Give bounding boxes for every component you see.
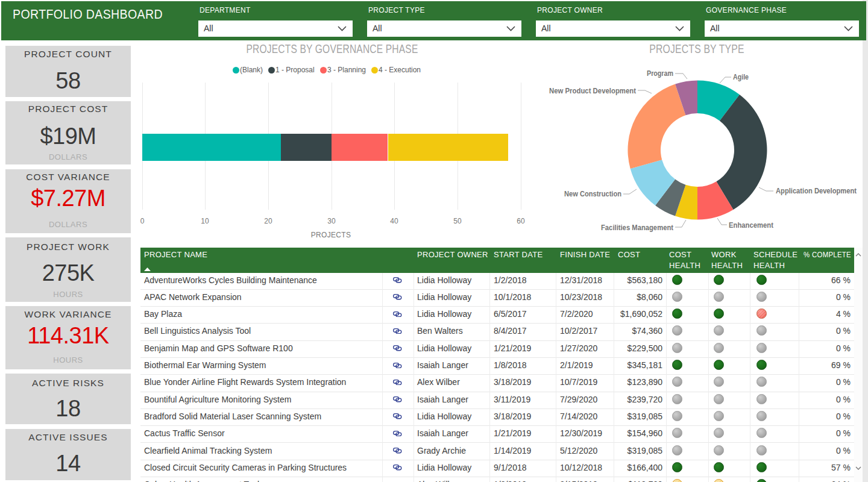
svg-text:New Construction: New Construction: [564, 190, 621, 198]
svg-text:New Product Development: New Product Development: [549, 87, 637, 95]
svg-text:Application Development: Application Development: [776, 187, 857, 195]
svg-text:Agile: Agile: [733, 73, 749, 81]
svg-text:Facilities Management: Facilities Management: [601, 224, 674, 232]
svg-text:Program: Program: [647, 69, 673, 78]
svg-text:Enhancement: Enhancement: [729, 221, 774, 230]
